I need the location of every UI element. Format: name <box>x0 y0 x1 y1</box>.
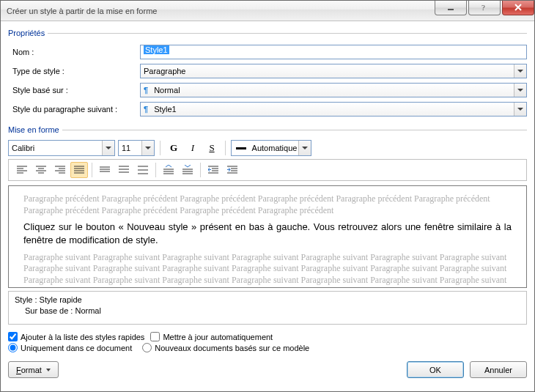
type-value: Paragraphe <box>141 67 514 75</box>
indent-decrease-button[interactable] <box>204 162 222 178</box>
this-document-radio[interactable]: Uniquement dans ce document <box>8 343 132 352</box>
help-button[interactable]: ? <box>468 1 501 15</box>
font-color-label: Automatique <box>251 144 298 152</box>
summary-line-2: Sur base de : Normal <box>15 306 520 317</box>
properties-group: Propriétés Nom : Style1 Type de style : … <box>8 29 527 119</box>
quick-list-label: Ajouter à la liste des styles rapides <box>21 333 144 341</box>
new-documents-input[interactable] <box>142 343 152 352</box>
auto-update-label: Mettre à jour automatiquement <box>163 333 273 341</box>
chevron-down-icon[interactable] <box>298 141 311 155</box>
style-summary: Style : Style rapide Sur base de : Norma… <box>8 291 527 325</box>
formatting-group: Mise en forme Calibri 11 G I S Automat <box>8 125 527 325</box>
separator <box>160 141 160 155</box>
space-before-dec-button[interactable] <box>179 162 196 178</box>
align-center-button[interactable] <box>32 162 50 178</box>
align-justify-button[interactable] <box>70 162 88 178</box>
based-on-value: Normal <box>151 86 514 95</box>
cancel-label: Annuler <box>484 366 512 374</box>
ok-button[interactable]: OK <box>407 361 464 378</box>
type-combobox[interactable]: Paragraphe <box>140 64 527 78</box>
based-on-label: Style basé sur : <box>8 86 140 95</box>
based-on-combobox[interactable]: ¶ Normal <box>140 83 527 97</box>
this-document-input[interactable] <box>8 343 18 352</box>
format-menu-button[interactable]: Format <box>8 361 59 378</box>
cancel-button[interactable]: Annuler <box>470 361 527 378</box>
size-combobox[interactable]: 11 <box>118 140 155 156</box>
new-documents-label: Nouveaux documents basés sur ce modèle <box>155 344 309 352</box>
size-value: 11 <box>119 144 141 152</box>
name-input[interactable]: Style1 <box>140 45 527 59</box>
minimize-button[interactable] <box>435 1 467 15</box>
chevron-down-icon[interactable] <box>514 103 526 116</box>
underline-button[interactable]: S <box>204 140 220 156</box>
line-spacing-1_5-button[interactable] <box>115 162 133 178</box>
chevron-down-icon[interactable] <box>141 141 154 155</box>
name-label: Nom : <box>8 48 140 56</box>
space-before-inc-button[interactable] <box>160 162 177 178</box>
separator <box>200 163 201 177</box>
titlebar: Créer un style à partir de la mise en fo… <box>1 1 534 21</box>
format-label: ormat <box>21 366 42 374</box>
formatting-legend: Mise en forme <box>8 125 62 134</box>
following-value: Style1 <box>151 105 514 114</box>
auto-update-checkbox[interactable]: Mettre à jour automatiquement <box>150 332 273 341</box>
align-right-button[interactable] <box>51 162 69 178</box>
paragraph-icon: ¶ <box>144 105 148 114</box>
bold-button[interactable]: G <box>166 140 182 156</box>
summary-line-1: Style : Style rapide <box>15 295 520 306</box>
chevron-down-icon[interactable] <box>514 84 526 97</box>
format-accel: F <box>16 366 21 374</box>
ok-label: OK <box>429 366 441 374</box>
this-document-label: Uniquement dans ce document <box>21 344 132 352</box>
chevron-down-icon[interactable] <box>514 64 526 78</box>
separator <box>92 163 92 177</box>
paragraph-icon: ¶ <box>144 86 148 95</box>
preview-main: Cliquez sur le bouton « Nouveau style » … <box>23 221 512 247</box>
indent-increase-button[interactable] <box>224 162 241 178</box>
properties-legend: Propriétés <box>8 29 48 37</box>
align-left-button[interactable] <box>13 162 31 178</box>
svg-rect-0 <box>448 9 454 10</box>
separator <box>155 163 156 177</box>
style-preview: Paragraphe précédent Paragraphe précéden… <box>8 185 527 288</box>
paragraph-toolbar <box>8 159 527 181</box>
preview-after: Paragraphe suivant Paragraphe suivant Pa… <box>23 252 512 288</box>
following-label: Style du paragraphe suivant : <box>8 105 140 114</box>
preview-before: Paragraphe précédent Paragraphe précéden… <box>23 193 512 216</box>
italic-button[interactable]: I <box>185 140 201 156</box>
svg-text:?: ? <box>482 3 485 12</box>
color-swatch-icon <box>236 147 246 149</box>
name-value: Style1 <box>144 45 169 54</box>
window-title: Créer un style à partir de la mise en fo… <box>7 7 433 15</box>
close-button[interactable] <box>502 1 534 15</box>
font-combobox[interactable]: Calibri <box>8 140 115 156</box>
separator <box>225 141 226 155</box>
line-spacing-1-button[interactable] <box>96 162 114 178</box>
line-spacing-2-button[interactable] <box>134 162 152 178</box>
chevron-down-icon[interactable] <box>102 141 114 155</box>
new-documents-radio[interactable]: Nouveaux documents basés sur ce modèle <box>142 343 309 352</box>
quick-list-input[interactable] <box>8 332 18 341</box>
quick-list-checkbox[interactable]: Ajouter à la liste des styles rapides <box>8 332 144 341</box>
auto-update-input[interactable] <box>150 332 160 341</box>
following-combobox[interactable]: ¶ Style1 <box>140 102 527 117</box>
type-label: Type de style : <box>8 67 140 75</box>
font-value: Calibri <box>9 144 102 152</box>
font-color-combobox[interactable]: Automatique <box>231 140 311 156</box>
